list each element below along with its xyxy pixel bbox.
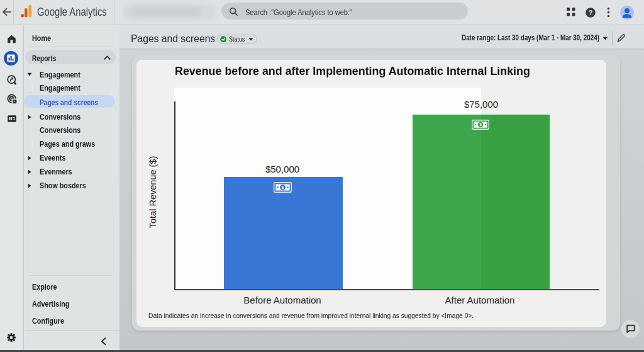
svg-text:?: ? — [589, 9, 592, 16]
svg-text:$: $ — [282, 185, 284, 190]
svg-text:$: $ — [479, 122, 482, 127]
